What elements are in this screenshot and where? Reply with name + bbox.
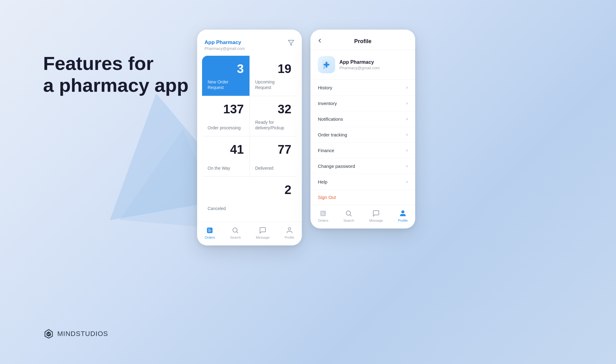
- chevron-icon: ›: [406, 85, 408, 90]
- tile-onway[interactable]: 41 On the Way: [202, 136, 249, 176]
- svg-point-11: [402, 211, 404, 213]
- profile-nav-message-label: Message: [369, 219, 383, 222]
- svg-point-2: [233, 228, 237, 232]
- orders-icon: [206, 226, 214, 234]
- tile-onway-label: On the Way: [208, 165, 244, 171]
- menu-sign-out-label: Sign Out: [318, 195, 336, 200]
- orders-icon: [319, 209, 327, 217]
- tile-upcoming-count: 19: [255, 62, 292, 76]
- message-icon: [372, 209, 380, 217]
- svg-point-9: [346, 211, 351, 215]
- tile-upcoming-label: Upcoming Request: [255, 79, 292, 90]
- profile-user-section: App Pharmacy Pharmacy@gmail.com: [310, 50, 415, 80]
- back-arrow-icon: [317, 38, 323, 44]
- profile-nav-profile-label: Profile: [398, 219, 407, 222]
- menu-order-tracking-label: Order tracking: [318, 132, 347, 137]
- profile-title: Profile: [354, 38, 371, 45]
- tile-new-order-label: New Order Request: [208, 79, 244, 90]
- nav-profile[interactable]: Profile: [285, 226, 294, 239]
- message-icon: [259, 226, 267, 234]
- menu-finance-label: Finance: [318, 148, 334, 153]
- chevron-icon: ›: [406, 116, 408, 122]
- profile-menu: History › Inventory › Notifications › Or…: [310, 80, 415, 205]
- tile-canceled[interactable]: 2 Canceled: [202, 177, 297, 217]
- search-icon: [231, 226, 239, 234]
- svg-rect-7: [324, 64, 330, 66]
- orders-grid: 3 New Order Request 19 Upcoming Request …: [202, 56, 297, 217]
- mindstudios-icon: [43, 328, 54, 339]
- tile-upcoming[interactable]: 19 Upcoming Request: [250, 56, 297, 96]
- orders-email: Pharmacy@gmail.com: [205, 46, 245, 51]
- tile-new-order-count: 3: [208, 62, 244, 76]
- tile-onway-count: 41: [208, 143, 244, 156]
- orders-bottom-nav: Orders Search Message: [197, 222, 302, 245]
- tile-delivered[interactable]: 77 Delivered: [250, 136, 297, 176]
- profile-icon: [286, 226, 294, 234]
- profile-nav-message[interactable]: Message: [369, 209, 383, 222]
- tile-processing[interactable]: 137 Order processing: [202, 96, 249, 136]
- nav-message-label: Message: [256, 236, 270, 239]
- screens-container: App Pharmacy Pharmacy@gmail.com 3 New Or…: [197, 30, 415, 245]
- tile-canceled-count: 2: [208, 183, 291, 197]
- orders-app-name: App Pharmacy: [205, 39, 245, 46]
- avatar: [318, 56, 335, 73]
- tile-ready-label: Ready for delivery/Pickup: [255, 119, 292, 131]
- nav-search[interactable]: Search: [230, 226, 241, 239]
- menu-history-label: History: [318, 85, 332, 90]
- nav-message[interactable]: Message: [256, 226, 270, 239]
- hero-section: Features for a pharmacy app: [43, 52, 188, 96]
- tile-delivered-count: 77: [255, 143, 292, 156]
- profile-nav-search[interactable]: Search: [343, 209, 354, 222]
- svg-marker-0: [288, 40, 294, 46]
- filter-icon: [288, 39, 294, 46]
- svg-line-3: [237, 232, 238, 233]
- menu-inventory-label: Inventory: [318, 101, 337, 106]
- menu-sign-out[interactable]: Sign Out: [310, 190, 415, 205]
- hero-title: Features for a pharmacy app: [43, 52, 188, 96]
- logo: MINDSTUDIOS: [43, 328, 108, 339]
- chevron-icon: ›: [406, 163, 408, 169]
- orders-header: App Pharmacy Pharmacy@gmail.com: [197, 30, 302, 56]
- profile-nav-orders[interactable]: Orders: [318, 209, 328, 222]
- menu-order-tracking[interactable]: Order tracking ›: [310, 127, 415, 143]
- svg-line-10: [350, 215, 352, 216]
- chevron-icon: ›: [406, 132, 408, 137]
- menu-history[interactable]: History ›: [310, 80, 415, 95]
- pharmacy-cross-icon: [321, 59, 332, 71]
- logo-text: MINDSTUDIOS: [57, 330, 108, 338]
- profile-screen: Profile App Pharmacy Pharmacy@gmail.com: [310, 30, 415, 229]
- tile-ready[interactable]: 32 Ready for delivery/Pickup: [250, 96, 297, 136]
- nav-search-label: Search: [230, 236, 241, 239]
- tile-new-order[interactable]: 3 New Order Request: [202, 56, 249, 96]
- menu-change-password[interactable]: Change password ›: [310, 158, 415, 174]
- profile-nav-search-label: Search: [343, 219, 354, 222]
- chevron-icon: ›: [406, 179, 408, 184]
- menu-inventory[interactable]: Inventory ›: [310, 95, 415, 111]
- menu-help[interactable]: Help ›: [310, 174, 415, 190]
- menu-notifications-label: Notifications: [318, 116, 343, 122]
- filter-button[interactable]: [288, 39, 294, 47]
- tile-canceled-label: Canceled: [208, 206, 291, 211]
- profile-nav-profile[interactable]: Profile: [398, 209, 407, 222]
- chevron-icon: ›: [406, 148, 408, 153]
- nav-orders-label: Orders: [205, 236, 215, 239]
- profile-nav-orders-label: Orders: [318, 219, 328, 222]
- menu-finance[interactable]: Finance ›: [310, 143, 415, 158]
- back-button[interactable]: [317, 38, 323, 45]
- tile-processing-count: 137: [208, 102, 244, 116]
- profile-name: App Pharmacy: [339, 59, 380, 65]
- orders-screen: App Pharmacy Pharmacy@gmail.com 3 New Or…: [197, 30, 302, 245]
- profile-header: Profile: [310, 30, 415, 50]
- nav-profile-label: Profile: [285, 236, 294, 239]
- menu-help-label: Help: [318, 179, 327, 184]
- tile-ready-count: 32: [255, 102, 292, 116]
- svg-point-4: [288, 228, 291, 230]
- tile-processing-label: Order processing: [208, 125, 244, 131]
- chevron-icon: ›: [406, 100, 408, 106]
- menu-change-password-label: Change password: [318, 164, 355, 169]
- profile-email: Pharmacy@gmail.com: [339, 66, 380, 70]
- profile-icon: [399, 209, 407, 217]
- nav-orders[interactable]: Orders: [205, 226, 215, 239]
- menu-notifications[interactable]: Notifications ›: [310, 111, 415, 127]
- tile-delivered-label: Delivered: [255, 165, 292, 171]
